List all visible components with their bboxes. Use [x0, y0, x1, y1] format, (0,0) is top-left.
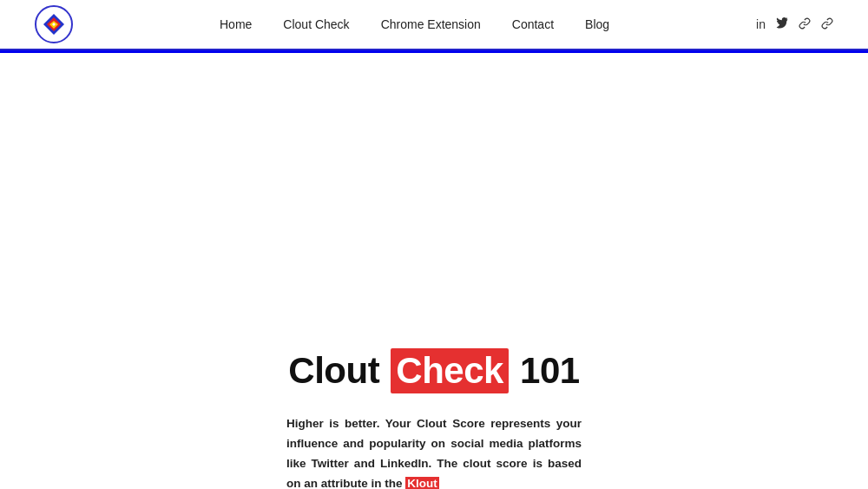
main-content: Clout Check 101 Higher is better. Your C…: [0, 53, 868, 489]
hero-title-check-highlight: Check: [391, 348, 509, 393]
hero-title: Clout Check 101: [288, 348, 579, 393]
hero-title-101: 101: [510, 350, 580, 392]
nav-clout-check[interactable]: Clout Check: [283, 17, 349, 31]
linkedin-icon[interactable]: in: [756, 17, 766, 31]
link-icon-2[interactable]: [821, 17, 833, 32]
nav-contact[interactable]: Contact: [512, 17, 554, 31]
logo-gem-icon: [42, 12, 66, 36]
twitter-icon[interactable]: [776, 17, 788, 32]
description-text: Higher is better. Your Clout Score repre…: [286, 417, 582, 489]
hero-description: Higher is better. Your Clout Score repre…: [286, 414, 582, 489]
nav-blog[interactable]: Blog: [585, 17, 609, 31]
hero-title-clout: Clout: [288, 350, 389, 392]
nav-chrome-extension[interactable]: Chrome Extension: [381, 17, 481, 31]
red-highlight-text: Klout: [405, 477, 439, 489]
logo-circle: [35, 5, 73, 43]
site-header: Home Clout Check Chrome Extension Contac…: [0, 0, 868, 50]
link-icon-1[interactable]: [799, 17, 811, 32]
nav-home[interactable]: Home: [220, 17, 252, 31]
social-icons-group: in: [756, 17, 833, 32]
logo-area[interactable]: [35, 5, 73, 43]
main-nav: Home Clout Check Chrome Extension Contac…: [220, 17, 609, 31]
